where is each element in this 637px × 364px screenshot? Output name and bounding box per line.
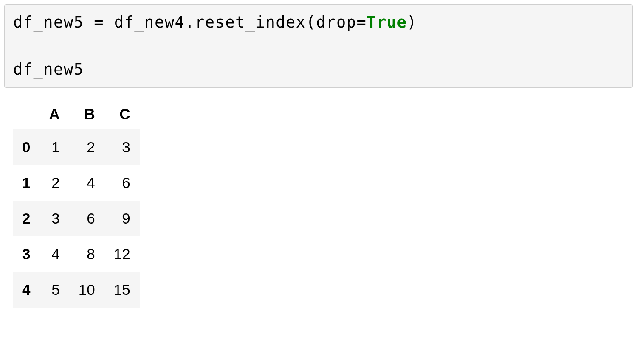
code-token: df_new5 [13,60,84,78]
column-header: B [69,100,104,129]
index-header [13,100,39,129]
code-token: df_new4 [104,13,185,31]
cell: 3 [104,129,140,165]
code-input-cell[interactable]: df_new5 = df_new4.reset_index(drop=True)… [4,4,633,88]
dataframe-table: A B C 0 1 2 3 1 2 4 6 2 3 6 9 [13,100,140,308]
code-token: reset_index [195,13,306,31]
row-index: 2 [13,201,39,236]
cell: 3 [39,201,69,236]
cell: 2 [39,165,69,201]
code-token: df_new5 [13,13,94,31]
cell: 4 [69,165,104,201]
cell: 9 [104,201,140,236]
cell: 6 [69,201,104,236]
row-index: 0 [13,129,39,165]
row-index: 4 [13,272,39,308]
cell: 4 [39,236,69,272]
output-area: A B C 0 1 2 3 1 2 4 6 2 3 6 9 [13,100,633,308]
column-header: A [39,100,69,129]
cell: 15 [104,272,140,308]
code-token: ( [306,13,316,31]
cell: 1 [39,129,69,165]
row-index: 3 [13,236,39,272]
code-token: ) [407,13,417,31]
table-row: 4 5 10 15 [13,272,140,308]
cell: 5 [39,272,69,308]
table-header-row: A B C [13,100,140,129]
code-token: drop [316,13,356,31]
row-index: 1 [13,165,39,201]
cell: 8 [69,236,104,272]
column-header: C [104,100,140,129]
table-row: 2 3 6 9 [13,201,140,236]
code-token: True [366,13,407,31]
cell: 2 [69,129,104,165]
code-token: = [356,13,366,31]
table-row: 1 2 4 6 [13,165,140,201]
cell: 12 [104,236,140,272]
cell: 10 [69,272,104,308]
cell: 6 [104,165,140,201]
code-token: = [94,13,104,31]
code-token: . [185,13,195,31]
table-row: 3 4 8 12 [13,236,140,272]
table-row: 0 1 2 3 [13,129,140,165]
